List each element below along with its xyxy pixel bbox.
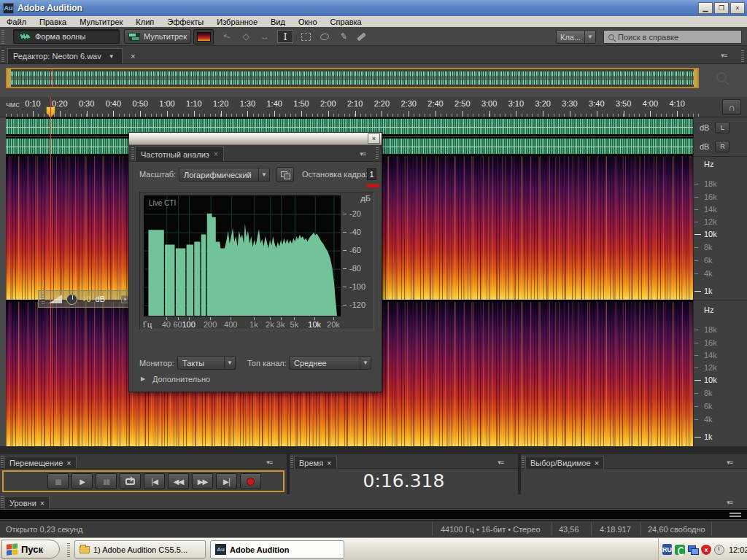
tab-close-icon[interactable]: × xyxy=(327,459,331,467)
panel-menu-icon[interactable]: ▾≡ xyxy=(721,52,727,59)
scale-dropdown[interactable]: Логарифмический ▼ xyxy=(179,168,270,182)
hud-grip[interactable] xyxy=(42,294,44,304)
panel-menu-icon[interactable]: ▾≡ xyxy=(727,459,732,466)
minimize-button[interactable]: ▁ xyxy=(698,2,713,14)
levels-tab[interactable]: Уровни × xyxy=(4,496,50,509)
multitrack-view-button[interactable]: Мультитрек xyxy=(124,29,191,44)
record-button[interactable] xyxy=(240,473,261,489)
time-display[interactable]: 0:16.318 xyxy=(290,470,518,491)
overview-left-handle[interactable] xyxy=(7,69,11,87)
help-search-input[interactable]: Поиск в справке xyxy=(603,30,742,44)
menu-избранное[interactable]: Избранное xyxy=(210,16,264,27)
menu-эффекты[interactable]: Эффекты xyxy=(160,16,210,27)
tray-clock-icon[interactable] xyxy=(714,545,724,555)
menu-окно[interactable]: Окно xyxy=(292,16,324,27)
spectral-display-toggle[interactable] xyxy=(193,29,214,44)
frequency-analysis-tab[interactable]: Частотный анализ × xyxy=(135,147,224,161)
zoom-out-icon[interactable] xyxy=(716,72,727,82)
time-ruler[interactable]: чмс ∩ 0:100:200:300:400:501:001:101:201:… xyxy=(0,97,747,117)
panel-menu-icon[interactable]: ▾≡ xyxy=(727,499,732,506)
editor-tab-close-icon[interactable]: × xyxy=(125,48,140,63)
top-channel-dropdown[interactable]: Среднее ▼ xyxy=(289,356,371,370)
panel-menu-icon[interactable]: ▾≡ xyxy=(360,150,365,158)
gain-knob[interactable] xyxy=(66,294,77,305)
language-indicator[interactable]: RU xyxy=(662,544,672,555)
go-to-end-button[interactable]: ▶| xyxy=(216,473,237,489)
panel-grip[interactable] xyxy=(290,456,293,467)
waveform-view-button[interactable]: Форма волны xyxy=(13,29,120,44)
levels-meter[interactable] xyxy=(0,509,747,519)
monitor-dropdown[interactable]: Такты ▼ xyxy=(177,356,236,370)
tab-close-icon[interactable]: × xyxy=(40,499,44,508)
taskbar-task-audition[interactable]: Au Adobe Audition xyxy=(210,540,344,559)
panel-grip[interactable] xyxy=(1,456,4,467)
frequency-analysis-dialog[interactable]: × Частотный анализ × ▾≡ Масштаб: Логариф… xyxy=(128,132,382,392)
copy-graph-button[interactable] xyxy=(276,167,294,182)
toolbar-grip[interactable] xyxy=(1,29,4,44)
menu-мультитрек[interactable]: Мультитрек xyxy=(73,16,129,27)
panel-grip[interactable] xyxy=(741,49,744,62)
tab-close-icon[interactable]: × xyxy=(595,459,599,467)
panel-grip[interactable] xyxy=(376,147,379,159)
menu-правка[interactable]: Правка xyxy=(33,16,73,27)
menu-файл[interactable]: Файл xyxy=(0,16,33,27)
stop-button[interactable]: ■ xyxy=(47,473,69,489)
security-shield-icon[interactable]: x xyxy=(701,545,711,555)
menu-справка[interactable]: Справка xyxy=(324,16,368,27)
network-icon[interactable] xyxy=(688,545,698,555)
taskbar-grip[interactable] xyxy=(67,542,70,557)
panel-grip[interactable] xyxy=(1,49,4,62)
chevron-down-icon[interactable]: ▼ xyxy=(106,51,117,62)
menu-вид[interactable]: Вид xyxy=(264,16,292,27)
pause-button[interactable]: ▮▮ xyxy=(96,473,117,489)
taskbar-task-folder[interactable]: 1) Adobe Audition CS5.5... xyxy=(74,540,206,559)
lasso-selection-tool[interactable] xyxy=(317,30,333,43)
hud-gain-overlay[interactable]: +0 dB × xyxy=(38,290,133,308)
panel-grip[interactable] xyxy=(131,147,134,159)
panel-grip[interactable] xyxy=(522,456,525,467)
slip-tool[interactable]: ◇ xyxy=(238,30,254,43)
tab-close-icon[interactable]: × xyxy=(214,150,218,158)
restore-button[interactable]: ❐ xyxy=(714,2,729,14)
vertical-scale-column: dB L dB R Hz18k16k14k12k10k8k6k4k1kHz18k… xyxy=(693,117,747,446)
fast-forward-button[interactable]: ▶▶ xyxy=(192,473,213,489)
start-button[interactable]: Пуск xyxy=(1,540,60,559)
play-button[interactable]: ▶ xyxy=(71,473,93,489)
selection-tab[interactable]: Выбор/Видимое × xyxy=(525,456,604,469)
snap-magnet-button[interactable]: ∩ xyxy=(722,99,741,115)
marquee-selection-tool[interactable] xyxy=(298,30,314,43)
menu-клип[interactable]: Клип xyxy=(129,16,160,27)
panel-menu-icon[interactable]: ▾≡ xyxy=(266,459,272,466)
overview-right-handle[interactable] xyxy=(694,69,697,87)
playhead-line[interactable] xyxy=(50,97,51,446)
go-to-start-button[interactable]: |◀ xyxy=(144,473,165,489)
freeze-frames-value[interactable]: 1 xyxy=(367,168,376,180)
transport-tab[interactable]: Перемещение × xyxy=(4,456,77,469)
dialog-close-button[interactable]: × xyxy=(368,133,380,144)
spot-healing-tool[interactable] xyxy=(353,30,369,43)
tab-close-icon[interactable]: × xyxy=(66,459,71,467)
db-tick-label: -100 xyxy=(349,282,365,291)
time-stretch-tool[interactable]: ↔ xyxy=(257,30,273,43)
workspace-dropdown[interactable]: Кла... ▼ xyxy=(556,30,596,44)
advanced-label[interactable]: Дополнительно xyxy=(152,375,210,384)
time-tab[interactable]: Время × xyxy=(294,456,337,469)
move-tool[interactable]: ↖ xyxy=(219,30,235,43)
tray-app-icon[interactable] xyxy=(675,545,685,555)
expander-arrow-icon[interactable]: ▶ xyxy=(141,376,145,382)
dialog-title-bar[interactable]: × xyxy=(129,133,382,145)
right-channel-button[interactable]: R xyxy=(715,141,729,152)
rewind-button[interactable]: ◀◀ xyxy=(168,473,189,489)
editor-tab[interactable]: Редактор: Neoton 6.wav ▼ xyxy=(7,48,123,63)
loop-play-button[interactable] xyxy=(120,473,141,489)
left-channel-button[interactable]: L xyxy=(715,122,729,133)
paintbrush-tool[interactable]: ✎ xyxy=(336,30,352,43)
record-icon xyxy=(247,478,255,486)
overview-navigator[interactable] xyxy=(6,68,699,88)
time-selection-tool[interactable]: I xyxy=(277,30,293,43)
panel-grip[interactable] xyxy=(1,496,4,508)
meter-grip[interactable] xyxy=(729,513,741,517)
close-button[interactable]: × xyxy=(730,2,745,14)
panel-menu-icon[interactable]: ▾≡ xyxy=(498,459,503,466)
frequency-plot[interactable]: Live CTI xyxy=(144,195,341,316)
